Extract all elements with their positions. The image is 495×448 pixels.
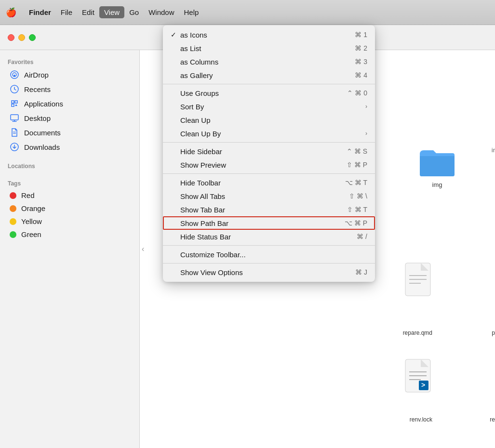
- menu-item-hide-sidebar[interactable]: Hide Sidebar ⌃ ⌘ S: [163, 145, 375, 158]
- menu-label-clean-up-by: Clean Up By: [180, 130, 363, 138]
- menu-label-sort-by: Sort By: [180, 103, 363, 111]
- menu-label-show-tab-bar: Show Tab Bar: [180, 206, 337, 214]
- menubar-help[interactable]: Help: [179, 6, 204, 18]
- menu-item-show-all-tabs[interactable]: Show All Tabs ⇧ ⌘ \: [163, 189, 375, 203]
- apple-menu-icon[interactable]: 🍎: [6, 7, 16, 18]
- sidebar-label-documents: Documents: [24, 129, 61, 137]
- sidebar-item-downloads[interactable]: Downloads: [2, 140, 137, 154]
- menu-item-use-groups[interactable]: Use Groups ⌃ ⌘ 0: [163, 86, 375, 100]
- tag-orange-dot: [10, 205, 16, 212]
- menu-label-hide-status-bar: Hide Status Bar: [180, 233, 347, 241]
- file-label-p: p: [492, 329, 495, 336]
- menu-arrow-cleanupby: ›: [365, 130, 367, 137]
- menu-item-as-gallery[interactable]: as Gallery ⌘ 4: [163, 68, 375, 82]
- menubar-window[interactable]: Window: [144, 6, 179, 18]
- app-name-finder[interactable]: Finder: [24, 6, 56, 18]
- view-menu-dropdown: ✓ as Icons ⌘ 1 as List ⌘ 2 as Columns ⌘ …: [163, 25, 375, 282]
- menu-label-as-gallery: as Gallery: [180, 71, 345, 79]
- menu-shortcut-hide-toolbar: ⌥ ⌘ T: [345, 179, 367, 186]
- sidebar-item-tag-yellow[interactable]: Yellow: [2, 215, 137, 228]
- maximize-button[interactable]: [29, 34, 36, 41]
- menu-shortcut-as-icons: ⌘ 1: [355, 31, 367, 39]
- sidebar: Favorites AirDrop: [0, 50, 140, 448]
- file-label-renv: renv.lock: [410, 416, 432, 423]
- menu-shortcut-as-columns: ⌘ 3: [355, 58, 367, 66]
- close-button[interactable]: [8, 34, 14, 41]
- folder-icon: [418, 146, 456, 177]
- minimize-button[interactable]: [18, 34, 25, 41]
- menu-item-as-columns[interactable]: as Columns ⌘ 3: [163, 55, 375, 68]
- menu-label-show-all-tabs: Show All Tabs: [180, 192, 339, 200]
- menu-shortcut-show-view-options: ⌘ J: [355, 268, 367, 276]
- traffic-lights: [8, 34, 36, 41]
- svg-line-5: [14, 89, 16, 90]
- document-vscode-icon: >: [403, 358, 432, 393]
- menu-shortcut-as-gallery: ⌘ 4: [355, 71, 367, 79]
- menu-separator-5: [163, 263, 375, 264]
- svg-rect-6: [11, 115, 18, 120]
- menu-separator-3: [163, 173, 375, 174]
- menu-item-show-path-bar[interactable]: Show Path Bar ⌥ ⌘ P: [163, 216, 375, 230]
- menu-label-show-preview: Show Preview: [180, 161, 337, 169]
- menu-item-hide-status-bar[interactable]: Hide Status Bar ⌘ /: [163, 230, 375, 243]
- sidebar-item-documents[interactable]: Documents: [2, 125, 137, 140]
- menu-item-hide-toolbar[interactable]: Hide Toolbar ⌥ ⌘ T: [163, 176, 375, 189]
- menu-label-show-path-bar: Show Path Bar: [180, 219, 335, 227]
- svg-text:>: >: [421, 381, 425, 389]
- menu-shortcut-show-preview: ⇧ ⌘ P: [347, 161, 367, 169]
- sidebar-item-applications[interactable]: Applications: [2, 96, 137, 111]
- menu-shortcut-hide-status-bar: ⌘ /: [357, 233, 367, 240]
- menu-item-as-icons[interactable]: ✓ as Icons ⌘ 1: [163, 28, 375, 41]
- menubar: 🍎 Finder File Edit View Go Window Help: [0, 0, 495, 25]
- sidebar-label-applications: Applications: [24, 100, 63, 108]
- sidebar-item-tag-orange[interactable]: Orange: [2, 202, 137, 215]
- sidebar-item-desktop[interactable]: Desktop: [2, 111, 137, 125]
- menu-item-sort-by[interactable]: Sort By ›: [163, 100, 375, 113]
- desktop-icon: [10, 113, 19, 123]
- menu-shortcut-hide-sidebar: ⌃ ⌘ S: [347, 147, 367, 155]
- documents-icon: [10, 128, 19, 137]
- menu-checkmark-icons: ✓: [171, 31, 180, 39]
- menubar-view[interactable]: View: [99, 6, 124, 18]
- menu-shortcut-use-groups: ⌃ ⌘ 0: [347, 89, 367, 97]
- menu-shortcut-as-list: ⌘ 2: [355, 44, 367, 52]
- menu-item-customize-toolbar[interactable]: Customize Toolbar...: [163, 248, 375, 261]
- sidebar-section-locations: Locations: [0, 160, 139, 171]
- sidebar-label-tag-green: Green: [21, 230, 41, 238]
- doc-icon-area: [403, 262, 432, 299]
- menu-label-as-columns: as Columns: [180, 58, 345, 66]
- sidebar-label-tag-yellow: Yellow: [21, 217, 42, 225]
- menu-arrow-sort: ›: [365, 103, 367, 110]
- tag-yellow-dot: [10, 218, 16, 225]
- sidebar-collapse-arrow[interactable]: ‹: [140, 243, 146, 255]
- sidebar-item-tag-red[interactable]: Red: [2, 189, 137, 202]
- sidebar-label-recents: Recents: [24, 85, 51, 93]
- folder-label-img: img: [418, 181, 456, 188]
- sidebar-item-airdrop[interactable]: AirDrop: [2, 67, 137, 82]
- sidebar-label-desktop: Desktop: [24, 114, 51, 122]
- menu-item-show-preview[interactable]: Show Preview ⇧ ⌘ P: [163, 158, 375, 171]
- downloads-icon: [10, 142, 19, 152]
- menu-item-clean-up[interactable]: Clean Up: [163, 113, 375, 127]
- menu-item-as-list[interactable]: as List ⌘ 2: [163, 41, 375, 55]
- menu-item-clean-up-by[interactable]: Clean Up By ›: [163, 127, 375, 140]
- svg-point-2: [13, 75, 15, 77]
- menubar-go[interactable]: Go: [124, 6, 144, 18]
- sidebar-item-tag-green[interactable]: Green: [2, 228, 137, 241]
- menu-item-show-tab-bar[interactable]: Show Tab Bar ⇧ ⌘ T: [163, 203, 375, 216]
- menu-shortcut-show-all-tabs: ⇧ ⌘ \: [349, 192, 367, 200]
- tag-red-dot: [10, 192, 16, 199]
- menu-separator-2: [163, 142, 375, 143]
- sidebar-label-airdrop: AirDrop: [24, 71, 49, 79]
- menubar-edit[interactable]: Edit: [77, 6, 99, 18]
- sidebar-item-recents[interactable]: Recents: [2, 82, 137, 96]
- sidebar-label-tag-orange: Orange: [21, 204, 45, 212]
- menu-label-customize-toolbar: Customize Toolbar...: [180, 250, 367, 259]
- file-label-repare: repare.qmd: [403, 329, 432, 336]
- menu-separator-1: [163, 84, 375, 84]
- recents-icon: [10, 84, 19, 94]
- menubar-file[interactable]: File: [56, 6, 77, 18]
- sidebar-section-tags: Tags: [0, 177, 139, 189]
- menu-item-show-view-options[interactable]: Show View Options ⌘ J: [163, 265, 375, 279]
- document-icon: [403, 262, 432, 297]
